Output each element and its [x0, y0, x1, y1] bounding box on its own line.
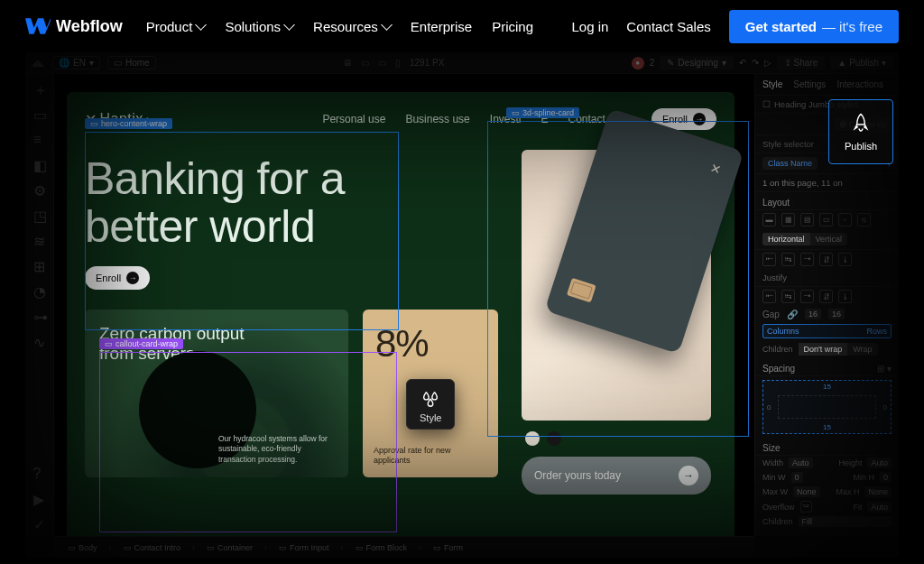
publish-callout[interactable]: Publish: [828, 99, 893, 164]
collaborator-avatar[interactable]: ●: [632, 57, 644, 69]
crumb-form-input[interactable]: ▭ Form Input: [273, 541, 336, 555]
viewport-mobile-icon[interactable]: ▯: [395, 58, 401, 68]
align-start-icon[interactable]: ⭰: [762, 253, 776, 266]
nav-product[interactable]: Product: [146, 19, 206, 34]
display-block-icon[interactable]: ▬: [762, 213, 776, 227]
site-brand: ✕Haptix•: [85, 111, 150, 128]
crumb-container[interactable]: ▭ Container: [200, 541, 259, 555]
maxw-input[interactable]: None: [793, 486, 820, 497]
crumb-body[interactable]: ▭ Body: [61, 541, 104, 555]
justify-around-icon[interactable]: ⭳: [838, 290, 852, 303]
spacing-editor[interactable]: 15 15 0 0: [762, 380, 892, 434]
justify-start-icon[interactable]: ⭰: [762, 290, 776, 303]
justify-center-icon[interactable]: ⭾: [781, 290, 795, 303]
designer-canvas[interactable]: ✕Haptix• Personal use Business use Inves…: [54, 74, 754, 536]
help-icon[interactable]: ?: [33, 466, 46, 478]
components-icon[interactable]: ◧: [33, 157, 46, 170]
align-stretch-icon[interactable]: ⭿: [819, 253, 833, 266]
display-none-icon[interactable]: ⦸: [857, 213, 871, 227]
style-popover[interactable]: Style: [406, 379, 455, 430]
add-icon[interactable]: ＋: [33, 81, 46, 94]
viewport-desktop-icon[interactable]: 🖥: [343, 58, 352, 68]
webflow-logo-icon: [25, 17, 51, 35]
callout-body: Our hydracool systems allow for sustaina…: [218, 434, 336, 465]
minh-input[interactable]: 0: [880, 472, 892, 483]
maxh-input[interactable]: None: [864, 486, 892, 497]
align-baseline-icon[interactable]: ⭳: [838, 253, 852, 266]
direction-toggle[interactable]: HorizontalVertical: [762, 233, 847, 245]
cms-icon[interactable]: ≋: [33, 233, 46, 245]
redo-icon[interactable]: ↷: [752, 58, 759, 68]
callout-card: Zero carbon output from servers Our hydr…: [85, 310, 348, 477]
tab-settings[interactable]: Settings: [793, 79, 826, 89]
justify-between-icon[interactable]: ⭿: [819, 290, 833, 303]
publish-button[interactable]: ▲ Publish ▾: [830, 56, 893, 69]
ecommerce-icon[interactable]: ⊞: [33, 258, 46, 271]
chevron-down-icon: [381, 19, 393, 31]
navigator-icon[interactable]: ≡: [33, 132, 46, 144]
minw-input[interactable]: 0: [791, 472, 803, 483]
nav-resources[interactable]: Resources: [313, 19, 391, 34]
viewport-tablet-icon[interactable]: ▭: [361, 58, 369, 68]
align-end-icon[interactable]: ⭲: [800, 253, 814, 266]
enroll-button-hero[interactable]: Enroll→: [85, 266, 150, 290]
gap-row-input[interactable]: 16: [828, 309, 845, 319]
get-started-button[interactable]: Get started— it's free: [729, 10, 899, 43]
site-nav-education[interactable]: E: [541, 113, 548, 125]
page-selector[interactable]: ▭ Home: [107, 56, 156, 69]
language-selector[interactable]: 🌐 EN ▾: [52, 56, 100, 69]
overflow-visible-icon[interactable]: ▭: [800, 501, 812, 513]
fit-input[interactable]: Auto: [867, 502, 892, 513]
site-nav-investing[interactable]: Investi: [490, 113, 522, 125]
tab-interactions[interactable]: Interactions: [836, 79, 883, 89]
crumb-form[interactable]: ▭ Form: [427, 541, 469, 555]
swatch-light[interactable]: [525, 431, 540, 446]
viewport-laptop-icon[interactable]: ▭: [378, 58, 386, 68]
display-inline-icon[interactable]: ▫: [838, 213, 852, 227]
preview-icon[interactable]: ▷: [764, 58, 772, 68]
nav-enterprise[interactable]: Enterprise: [411, 19, 472, 34]
justify-end-icon[interactable]: ⭲: [800, 290, 814, 303]
audit-icon[interactable]: ✓: [33, 516, 46, 529]
swatch-dark[interactable]: [547, 431, 561, 446]
crumb-contact-intro[interactable]: ▭ Contact Intro: [117, 541, 188, 555]
order-button[interactable]: Order yours today →: [522, 457, 711, 495]
nav-pricing[interactable]: Pricing: [492, 19, 533, 34]
height-input[interactable]: Auto: [867, 458, 892, 468]
users-icon[interactable]: ◔: [33, 283, 46, 296]
logic-icon[interactable]: ⊶: [33, 309, 46, 321]
tab-style[interactable]: Style: [762, 79, 782, 89]
pages-icon[interactable]: ▭: [33, 106, 46, 119]
undo-icon[interactable]: ↶: [739, 58, 746, 68]
chevron-down-icon: [283, 19, 295, 31]
wrap-toggle[interactable]: Don't wrapWrap: [799, 343, 878, 356]
share-button[interactable]: ⇪ Share: [777, 56, 825, 69]
nav-solutions[interactable]: Solutions: [225, 19, 293, 34]
align-center-icon[interactable]: ⭾: [781, 253, 795, 266]
variables-icon[interactable]: ⚙: [33, 182, 46, 195]
mode-switch[interactable]: ✎ Designing ▾: [660, 56, 733, 69]
spacing-section-title: Spacing⊞ ▾: [755, 358, 899, 376]
selector-label: Style selector: [762, 139, 814, 149]
site-nav-business[interactable]: Business use: [405, 113, 469, 125]
crumb-form-block[interactable]: ▭ Form Block: [349, 541, 414, 555]
cols-rows-highlight[interactable]: ColumnsRows: [762, 324, 892, 338]
login-link[interactable]: Log in: [571, 19, 608, 34]
approval-rate: 8%: [375, 322, 429, 365]
tutorials-icon[interactable]: ▶: [33, 491, 46, 504]
display-flex-icon[interactable]: ▦: [781, 213, 795, 227]
display-inlineblock-icon[interactable]: ▭: [819, 213, 833, 227]
site-nav-personal[interactable]: Personal use: [322, 113, 385, 125]
card-chip-icon: [567, 278, 596, 303]
arrow-right-icon: →: [693, 113, 706, 125]
children-fill-input[interactable]: Fill: [799, 516, 892, 527]
gap-col-input[interactable]: 16: [805, 309, 821, 319]
apps-icon[interactable]: ∿: [33, 334, 46, 347]
webflow-mini-logo-icon[interactable]: ◢◣: [31, 58, 45, 68]
width-input[interactable]: Auto: [789, 458, 813, 468]
contact-sales-link[interactable]: Contact Sales: [626, 19, 710, 34]
webflow-logo[interactable]: Webflow: [25, 17, 123, 36]
assets-icon[interactable]: ◳: [33, 208, 46, 220]
gap-link-icon[interactable]: 🔗: [787, 310, 798, 319]
display-grid-icon[interactable]: ▤: [800, 213, 814, 227]
